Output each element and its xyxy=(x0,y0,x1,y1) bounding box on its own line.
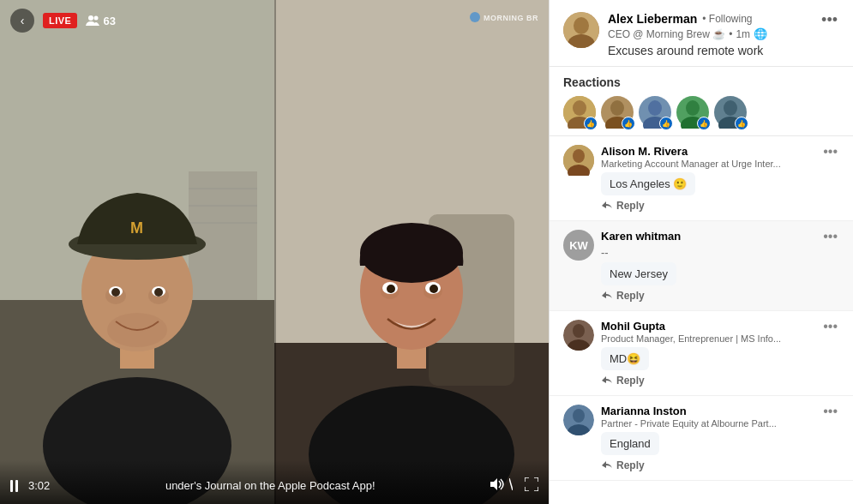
svg-marker-35 xyxy=(490,478,497,490)
bottom-caption: under's Journal on the Apple Podcast App… xyxy=(165,479,375,492)
reply-button[interactable]: Reply xyxy=(616,459,645,471)
back-button[interactable]: ‹ xyxy=(10,9,34,33)
post-header: Alex Lieberman • Following CEO @ Morning… xyxy=(550,0,853,67)
comment-dash: -- xyxy=(601,246,839,259)
right-panel: Alex Lieberman • Following CEO @ Morning… xyxy=(549,0,853,504)
commenter-name: Marianna Inston xyxy=(601,405,777,417)
live-badge: LIVE xyxy=(43,13,77,28)
reaction-badge-4: 👍 xyxy=(697,117,711,130)
commenter-name: Alison M. Rivera xyxy=(601,145,781,158)
reply-button[interactable]: Reply xyxy=(616,375,645,387)
commenter-avatar: KW xyxy=(563,230,594,261)
author-name: Alex Lieberman xyxy=(608,12,697,26)
video-divider xyxy=(274,0,276,504)
svg-point-27 xyxy=(382,282,398,294)
comments-section: Alison M. Rivera Marketing Account Manag… xyxy=(550,136,853,504)
reaction-avatars-list: 👍 👍 👍 xyxy=(563,96,839,129)
svg-point-26 xyxy=(423,284,442,299)
video-panel: M xyxy=(0,0,549,504)
svg-rect-22 xyxy=(397,321,426,369)
comment-more-button[interactable]: ••• xyxy=(821,145,839,159)
comment-actions: Reply xyxy=(601,290,839,302)
post-meta: CEO @ Morning Brew ☕ • 1m 🌐 xyxy=(608,27,811,40)
svg-point-14 xyxy=(152,286,165,297)
svg-point-12 xyxy=(148,287,169,304)
commenter-name: Mohil Gupta xyxy=(601,320,781,333)
commenter-avatar xyxy=(563,320,594,351)
svg-point-38 xyxy=(574,17,589,34)
reaction-badge-1: 👍 xyxy=(584,117,598,130)
comment-more-button[interactable]: ••• xyxy=(821,230,839,243)
svg-rect-2 xyxy=(189,171,257,300)
reply-button[interactable]: Reply xyxy=(616,200,645,212)
commenter-avatar xyxy=(563,145,594,176)
comment-item: KW Karen whitman ••• -- New Jersey Reply xyxy=(550,221,853,311)
comment-body: Marianna Inston Partner - Private Equity… xyxy=(601,405,839,471)
svg-point-30 xyxy=(430,285,438,293)
video-top-bar: ‹ LIVE 63 xyxy=(0,0,549,41)
following-badge: • Following xyxy=(702,13,752,25)
svg-point-32 xyxy=(94,16,99,21)
post-more-button[interactable]: ••• xyxy=(820,12,839,27)
watermark: MORNING BREW xyxy=(470,10,538,26)
comment-header: Marianna Inston Partner - Private Equity… xyxy=(601,405,839,429)
reaction-avatar-4: 👍 xyxy=(676,96,709,129)
svg-point-11 xyxy=(105,287,126,304)
volume-icon xyxy=(490,478,506,490)
svg-point-62 xyxy=(573,409,585,423)
svg-rect-0 xyxy=(0,0,274,504)
svg-point-33 xyxy=(470,12,480,22)
fullscreen-button[interactable] xyxy=(525,477,538,494)
svg-point-53 xyxy=(724,100,737,116)
svg-point-25 xyxy=(381,284,399,299)
reaction-badge-5: 👍 xyxy=(735,117,748,130)
reaction-avatar-5: 👍 xyxy=(714,96,747,129)
svg-point-17 xyxy=(107,313,167,347)
comment-header: Mohil Gupta Product Manager, Entreprenue… xyxy=(601,320,839,344)
comment-text: Los Angeles 🙂 xyxy=(601,172,695,195)
reply-icon xyxy=(601,460,613,471)
time-display: 3:02 xyxy=(28,479,50,492)
svg-point-41 xyxy=(573,100,586,116)
svg-rect-18 xyxy=(274,0,549,504)
comment-text: New Jersey xyxy=(601,262,676,285)
reaction-badge-2: 👍 xyxy=(622,117,635,130)
svg-point-23 xyxy=(360,233,463,350)
comment-body: Alison M. Rivera Marketing Account Manag… xyxy=(601,145,839,212)
reactions-title: Reactions xyxy=(563,75,839,89)
svg-point-31 xyxy=(88,15,93,21)
video-left: M xyxy=(0,0,274,504)
comment-body: Karen whitman ••• -- New Jersey Reply xyxy=(601,230,839,302)
svg-rect-20 xyxy=(429,214,514,386)
comment-more-button[interactable]: ••• xyxy=(821,405,839,418)
svg-point-56 xyxy=(573,149,585,163)
commenter-avatar xyxy=(563,405,594,435)
svg-point-29 xyxy=(387,285,395,293)
reaction-avatar-1: 👍 xyxy=(563,96,596,129)
svg-rect-7 xyxy=(120,317,154,369)
comment-header: Alison M. Rivera Marketing Account Manag… xyxy=(601,145,839,169)
comment-body: Mohil Gupta Product Manager, Entreprenue… xyxy=(601,320,839,387)
comment-item: Alison M. Rivera Marketing Account Manag… xyxy=(550,136,853,221)
svg-point-28 xyxy=(425,282,441,294)
comment-more-button[interactable]: ••• xyxy=(821,320,839,333)
pause-icon xyxy=(10,480,18,492)
svg-point-47 xyxy=(648,100,662,116)
comment-actions: Reply xyxy=(601,200,839,212)
commenter-name: Karen whitman xyxy=(601,230,681,243)
comment-item: Mohil Gupta Product Manager, Entreprenue… xyxy=(550,311,853,396)
comment-text: England xyxy=(601,432,659,455)
controls-left: 3:02 xyxy=(10,479,50,492)
pause-button[interactable] xyxy=(10,480,18,492)
viewer-count: 63 xyxy=(86,15,115,27)
controls-right xyxy=(490,477,538,494)
fullscreen-icon xyxy=(525,477,538,491)
reply-button[interactable]: Reply xyxy=(616,290,645,302)
author-line: Alex Lieberman • Following xyxy=(608,12,811,26)
svg-point-24 xyxy=(360,223,463,283)
commenter-role: Marketing Account Manager at Urge Inter.… xyxy=(601,159,781,169)
svg-point-44 xyxy=(610,100,624,116)
reaction-badge-3: 👍 xyxy=(659,117,673,130)
volume-button[interactable] xyxy=(490,478,513,493)
svg-line-36 xyxy=(509,478,513,490)
